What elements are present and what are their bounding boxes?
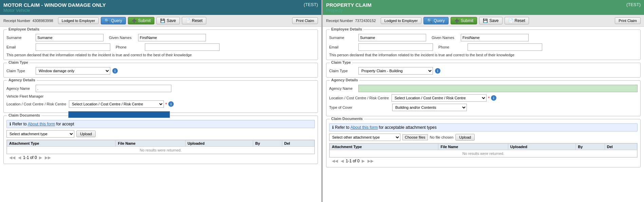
- right-agency-name-input[interactable]: [358, 85, 638, 92]
- right-submit-icon: ➕: [454, 18, 459, 23]
- left-documents-table-container: Attachment Type File Name Uploaded By De…: [6, 140, 315, 154]
- right-page-next[interactable]: ▶: [361, 159, 365, 163]
- left-surname-label: Surname: [6, 36, 34, 40]
- left-name-row: Surname Given Names: [6, 34, 315, 41]
- left-toolbar: Receipt Number 4308983998 Lodged to Empl…: [0, 15, 321, 27]
- right-submit-button[interactable]: ➕ Submit: [451, 17, 477, 24]
- left-surname-input[interactable]: [36, 34, 103, 41]
- left-dropdown-item[interactable]: [69, 112, 170, 118]
- left-claim-type-info-icon[interactable]: i: [112, 68, 118, 74]
- left-documents-section: Claim Documents ℹ Refer to About this fo…: [3, 116, 318, 164]
- right-employee-title: Employee Details: [330, 27, 363, 31]
- left-save-button[interactable]: 💾 Save: [156, 17, 179, 24]
- right-query-icon: 🔍: [427, 18, 432, 23]
- left-header: (TEST) MOTOR CLAIM - WINDOW DAMAGE ONLY …: [0, 0, 321, 15]
- left-declaration: This person declared that the informatio…: [6, 53, 315, 57]
- left-query-button[interactable]: 🔍 Query: [101, 17, 126, 24]
- left-pagination: ◀◀ ◀ 1-1 of 0 ▶ ▶▶: [6, 154, 315, 161]
- right-col-filename: File Name: [438, 144, 508, 150]
- right-save-button[interactable]: 💾 Save: [479, 17, 502, 24]
- left-col-del: Del: [282, 140, 314, 147]
- left-location-row: Location / Cost Centre / Risk Centre Sel…: [6, 100, 315, 108]
- right-location-select[interactable]: Select Location / Cost Centre / Risk Cen…: [392, 94, 487, 102]
- right-documents-table-container: Attachment Type File Name Uploaded By De…: [329, 143, 638, 158]
- right-page-last[interactable]: ▶▶: [367, 159, 374, 163]
- left-upload-row: Select attachment type Upload: [6, 130, 315, 138]
- right-agency-name-row: Agency Name: [329, 85, 638, 92]
- right-claim-type-info-icon[interactable]: i: [435, 68, 440, 74]
- left-location-select[interactable]: Select Location / Cost Centre / Risk Cen…: [69, 100, 164, 108]
- right-documents-section: Claim Documents ℹ Refer to About this fo…: [326, 119, 641, 167]
- right-claim-type-select[interactable]: Property Claim - Building: [358, 67, 433, 75]
- left-page-last[interactable]: ▶▶: [44, 155, 52, 160]
- left-lodged-button[interactable]: Lodged to Employer: [58, 17, 99, 24]
- left-info-icon: ℹ: [10, 122, 11, 126]
- left-about-link[interactable]: About this form: [28, 122, 55, 126]
- right-about-link[interactable]: About this form: [351, 125, 378, 130]
- right-save-icon: 💾: [483, 18, 488, 23]
- right-surname-input[interactable]: [358, 34, 426, 41]
- left-vehicle-fleet-row: Vehicle Fleet Manager: [6, 94, 315, 98]
- left-phone-input[interactable]: [145, 43, 220, 51]
- left-page-prev[interactable]: ◀: [17, 155, 22, 160]
- right-email-input[interactable]: [358, 43, 433, 51]
- left-page-first[interactable]: ◀◀: [8, 155, 16, 160]
- right-name-row: Surname Given Names: [329, 34, 638, 41]
- right-type-of-cover-row: Type of Cover Building and/or Contents: [329, 104, 638, 111]
- left-content: Employee Details Surname Given Names Ema…: [0, 27, 321, 202]
- right-upload-button[interactable]: Upload: [455, 134, 475, 141]
- left-upload-button[interactable]: Upload: [76, 130, 96, 137]
- left-agency-name-input[interactable]: [36, 85, 171, 92]
- left-given-names-input[interactable]: [138, 34, 206, 41]
- left-agency-title: Agency Details: [7, 78, 37, 82]
- left-test-label: (TEST): [304, 2, 318, 7]
- right-page-prev[interactable]: ◀: [340, 159, 344, 163]
- right-lodged-button[interactable]: Lodged to Employer: [381, 17, 421, 24]
- right-agency-name-label: Agency Name: [329, 86, 356, 90]
- right-claim-type-title: Claim Type: [330, 60, 352, 64]
- right-receipt-label: Receipt Number: [326, 19, 353, 23]
- left-claim-type-select[interactable]: Window damage only: [36, 67, 110, 75]
- right-table-header-row: Attachment Type File Name Uploaded By De…: [330, 144, 637, 150]
- right-col-uploaded: Uploaded: [508, 144, 575, 150]
- left-employee-title: Employee Details: [7, 27, 41, 31]
- left-agency-section: Agency Details Agency Name Vehicle Fleet…: [3, 80, 318, 113]
- left-subtitle: Motor Vehicle: [3, 8, 318, 13]
- left-email-input[interactable]: [36, 43, 110, 51]
- left-reset-button[interactable]: 📄 Reset: [182, 17, 206, 24]
- right-test-label: (TEST): [626, 2, 641, 7]
- right-location-row: Location / Cost Centre / Risk Centre Sel…: [329, 94, 638, 102]
- left-no-results-row: No results were returned.: [7, 147, 315, 154]
- right-reset-button[interactable]: 📄 Reset: [505, 17, 529, 24]
- right-col-attachment: Attachment Type: [330, 144, 438, 150]
- left-attachment-select[interactable]: Select attachment type: [6, 130, 74, 138]
- left-table-header-row: Attachment Type File Name Uploaded By De…: [7, 140, 315, 147]
- right-panel: (TEST) PROPERTY CLAIM Property Receipt N…: [323, 0, 644, 202]
- right-pagination: ◀◀ ◀ 1-1 of 0 ▶ ▶▶: [329, 158, 638, 164]
- right-no-results-row: No results were returned.: [330, 150, 637, 157]
- left-phone-label: Phone: [116, 45, 143, 49]
- right-location-info-icon[interactable]: i: [491, 95, 496, 101]
- right-phone-input[interactable]: [468, 43, 542, 51]
- right-employee-section: Employee Details Surname Given Names Ema…: [326, 29, 641, 60]
- right-query-button[interactable]: 🔍 Query: [423, 17, 449, 24]
- left-page-next[interactable]: ▶: [38, 155, 43, 160]
- left-submit-button[interactable]: ➕ Submit: [128, 17, 154, 24]
- left-employee-section: Employee Details Surname Given Names Ema…: [3, 29, 318, 60]
- left-location-info-icon[interactable]: i: [168, 101, 174, 107]
- right-type-of-cover-select[interactable]: Building and/or Contents: [392, 104, 467, 111]
- right-given-names-input[interactable]: [461, 34, 529, 41]
- left-documents-title: Claim Documents: [7, 113, 41, 117]
- left-agency-name-label: Agency Name: [6, 86, 34, 90]
- right-type-of-cover-label: Type of Cover: [329, 105, 390, 109]
- right-page-first[interactable]: ◀◀: [331, 159, 339, 163]
- submit-icon: ➕: [132, 18, 137, 23]
- left-contact-row: Email Phone: [6, 43, 315, 51]
- right-attachment-select[interactable]: Select other attachment type: [329, 134, 400, 141]
- left-col-filename: File Name: [116, 140, 185, 147]
- right-claim-type-label: Claim Type: [329, 69, 356, 73]
- right-print-button[interactable]: Print Claim: [615, 17, 641, 24]
- left-print-button[interactable]: Print Claim: [292, 17, 318, 24]
- right-documents-title: Claim Documents: [330, 117, 364, 121]
- right-choose-files-button[interactable]: Choose files: [402, 134, 428, 140]
